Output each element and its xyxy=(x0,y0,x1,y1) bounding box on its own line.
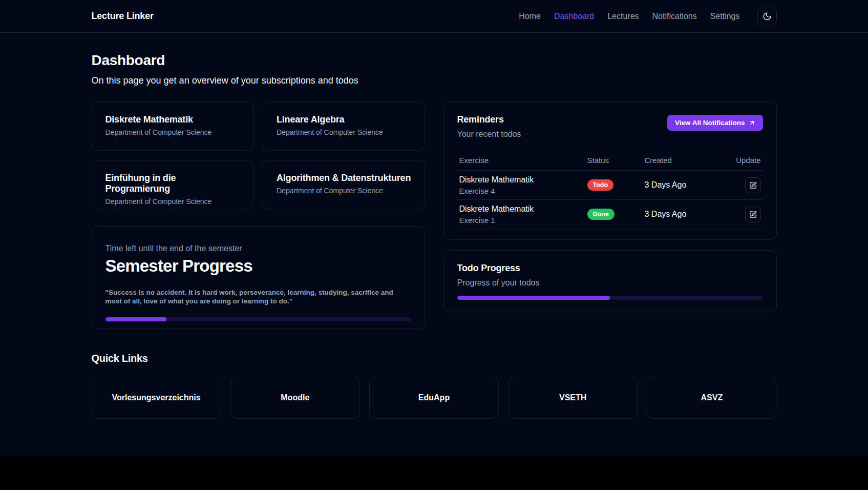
column-header-status: Status xyxy=(587,156,645,165)
quick-link-label: Vorlesungsverzeichnis xyxy=(112,393,201,402)
view-all-notifications-button[interactable]: View All Notifications xyxy=(667,115,763,131)
quick-link-asvz[interactable]: ASVZ xyxy=(647,377,776,419)
todo-course: Diskrete Mathematik xyxy=(459,205,587,214)
course-department: Department of Computer Science xyxy=(277,128,411,136)
quick-link-label: VSETH xyxy=(559,393,586,402)
dashboard-page: Dashboard On this page you get an overvi… xyxy=(92,52,777,419)
course-title: Diskrete Mathematik xyxy=(105,114,240,125)
arrow-up-right-icon xyxy=(749,119,755,126)
view-all-notifications-label: View All Notifications xyxy=(675,119,745,127)
course-title: Einfühung in die Programierung xyxy=(105,173,240,194)
course-title: Lineare Algebra xyxy=(277,114,411,125)
course-title: Algorithmen & Datenstrukturen xyxy=(277,173,411,183)
semester-progress-title: Semester Progress xyxy=(105,256,411,276)
quick-links-row: Vorlesungsverzeichnis Moodle EduApp VSET… xyxy=(92,377,777,419)
todo-progress-bar xyxy=(457,296,763,300)
course-card-lineare-algebra[interactable]: Lineare Algebra Department of Computer S… xyxy=(263,101,425,151)
quick-link-label: EduApp xyxy=(418,393,450,402)
quick-link-vseth[interactable]: VSETH xyxy=(508,377,638,419)
semester-progress-fill xyxy=(105,317,166,321)
course-card-einfuehrung-programmierung[interactable]: Einfühung in die Programierung Departmen… xyxy=(92,160,254,209)
course-grid: Diskrete Mathematik Department of Comput… xyxy=(92,101,425,209)
todo-exercise: Exercise 1 xyxy=(459,216,587,224)
left-column: Diskrete Mathematik Department of Comput… xyxy=(92,101,425,329)
quick-link-vorlesungsverzeichnis[interactable]: Vorlesungsverzeichnis xyxy=(92,377,221,419)
course-card-diskrete-mathematik[interactable]: Diskrete Mathematik Department of Comput… xyxy=(92,101,254,151)
course-department: Department of Computer Science xyxy=(277,187,411,195)
theme-toggle-button[interactable] xyxy=(757,7,777,26)
column-header-created: Created xyxy=(645,156,735,165)
status-badge-todo: Todo xyxy=(587,179,614,191)
nav-item-settings[interactable]: Settings xyxy=(710,12,740,21)
navbar: Lecture Linker Home Dashboard Lectures N… xyxy=(0,0,868,33)
semester-progress-bar xyxy=(105,317,411,321)
semester-progress-card: Time left until the end of the semester … xyxy=(92,226,425,329)
todo-progress-card: Todo Progress Progress of your todos xyxy=(443,250,777,312)
course-card-algorithmen-datenstrukturen[interactable]: Algorithmen & Datenstrukturen Department… xyxy=(263,160,425,209)
todo-created: 3 Days Ago xyxy=(645,180,735,190)
todos-table: Exercise Status Created Update Diskrete … xyxy=(457,150,763,229)
nav-links: Home Dashboard Lectures Notifications Se… xyxy=(519,7,776,26)
moon-icon xyxy=(763,12,772,21)
edit-pencil-icon xyxy=(749,181,757,189)
semester-progress-eyebrow: Time left until the end of the semester xyxy=(105,244,411,253)
app-logo[interactable]: Lecture Linker xyxy=(92,11,154,22)
window-bottom-edge xyxy=(0,456,868,490)
table-row: Diskrete Mathematik Exercise 1 Done 3 Da… xyxy=(457,200,763,229)
todo-progress-title: Todo Progress xyxy=(457,263,763,274)
right-column: Reminders Your recent todos View All Not… xyxy=(443,101,777,329)
edit-pencil-icon xyxy=(749,211,757,218)
page-title: Dashboard xyxy=(92,52,777,69)
reminders-subtitle: Your recent todos xyxy=(457,130,763,139)
status-badge-done: Done xyxy=(587,209,615,220)
update-todo-button[interactable] xyxy=(745,207,761,222)
quick-link-moodle[interactable]: Moodle xyxy=(230,377,360,419)
course-department: Department of Computer Science xyxy=(105,197,240,206)
page-subtitle: On this page you get an overview of your… xyxy=(92,75,777,86)
nav-item-home[interactable]: Home xyxy=(519,12,541,21)
todo-exercise: Exercise 4 xyxy=(459,187,587,195)
nav-item-lectures[interactable]: Lectures xyxy=(607,12,639,21)
todo-course: Diskrete Mathematik xyxy=(459,175,587,185)
column-header-exercise: Exercise xyxy=(459,156,587,165)
todo-created: 3 Days Ago xyxy=(645,210,735,219)
motivational-quote: "Success is no accident. It is hard work… xyxy=(105,289,411,306)
quick-link-label: ASVZ xyxy=(701,393,723,402)
quick-link-label: Moodle xyxy=(281,393,309,402)
column-header-update: Update xyxy=(736,156,760,165)
quick-links-title: Quick Links xyxy=(92,353,777,364)
todo-progress-subtitle: Progress of your todos xyxy=(457,278,763,288)
table-header-row: Exercise Status Created Update xyxy=(457,150,763,171)
table-row: Diskrete Mathematik Exercise 4 Todo 3 Da… xyxy=(457,171,763,200)
todo-progress-fill xyxy=(457,296,610,300)
nav-item-dashboard[interactable]: Dashboard xyxy=(554,12,594,21)
update-todo-button[interactable] xyxy=(745,177,761,193)
quick-link-eduapp[interactable]: EduApp xyxy=(369,377,499,419)
reminders-card: Reminders Your recent todos View All Not… xyxy=(443,101,777,240)
course-department: Department of Computer Science xyxy=(105,128,240,136)
nav-item-notifications[interactable]: Notifications xyxy=(652,12,697,21)
